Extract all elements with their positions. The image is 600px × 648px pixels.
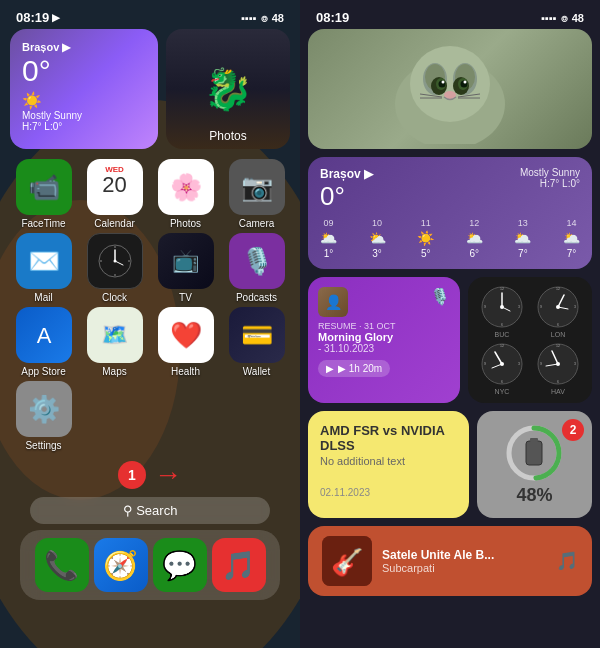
- svg-text:6: 6: [557, 323, 559, 327]
- battery-badge: 2: [562, 419, 584, 441]
- dock-messages[interactable]: 💬: [153, 538, 207, 592]
- calendar-label: Calendar: [94, 218, 135, 229]
- svg-text:12: 12: [500, 344, 504, 348]
- podcast-duration: ▶ 1h 20m: [338, 363, 382, 374]
- weather-right-header: Brașov ▶ 0° Mostly Sunny H:7° L:0°: [320, 167, 580, 212]
- music-title: Satele Unite Ale B...: [382, 548, 546, 562]
- svg-text:3: 3: [518, 362, 520, 366]
- search-bar[interactable]: ⚲ Search: [30, 497, 270, 524]
- maps-icon-inner: 🗺️: [101, 322, 128, 348]
- cal-day: 20: [102, 174, 126, 196]
- weather-right-hl: H:7° L:0°: [520, 178, 580, 189]
- dock: 📞 🧭 💬 🎵: [20, 530, 280, 600]
- mail-label: Mail: [34, 292, 52, 303]
- weather-sun: ☀️: [22, 91, 146, 110]
- swipe-arrow-icon: →: [154, 459, 182, 491]
- weather-right-desc: Mostly Sunny: [520, 167, 580, 178]
- music-widget[interactable]: 🎸 Satele Unite Ale B... Subcarpati 🎵: [308, 526, 592, 596]
- mail-icon: ✉️: [16, 233, 72, 289]
- app-facetime[interactable]: 📹 FaceTime: [10, 159, 77, 229]
- clock-buc-label: BUC: [495, 331, 510, 338]
- camera-icon: 📷: [229, 159, 285, 215]
- health-label: Health: [171, 366, 200, 377]
- svg-text:9: 9: [484, 362, 486, 366]
- right-time: 08:19: [316, 10, 349, 25]
- settings-label: Settings: [25, 440, 61, 451]
- clock-nyc-svg: 12 3 6 9: [480, 342, 524, 386]
- svg-text:6: 6: [557, 380, 559, 384]
- svg-text:12: 12: [500, 287, 504, 291]
- weather-city: Brașov ▶: [22, 41, 146, 54]
- weather-right-details: Mostly Sunny H:7° L:0°: [520, 167, 580, 189]
- podcasts-icon: 🎙️: [229, 233, 285, 289]
- search-icon: ⚲: [123, 503, 133, 518]
- search-label: Search: [136, 503, 177, 518]
- tv-icon: 📺: [158, 233, 214, 289]
- clock-nyc-label: NYC: [495, 388, 510, 395]
- svg-text:9: 9: [540, 362, 542, 366]
- app-settings[interactable]: ⚙️ Settings: [10, 381, 77, 451]
- appstore-label: App Store: [21, 366, 65, 377]
- maps-icon: 🗺️: [87, 307, 143, 363]
- weather-right-temp: 0°: [320, 181, 373, 212]
- clocks-widget[interactable]: 12 3 6 9 BUC 12 3: [468, 277, 592, 403]
- clock-svg: [97, 243, 133, 279]
- podcast-info: RESUME · 31 OCT Morning Glory - 31.10.20…: [318, 321, 450, 354]
- dock-music[interactable]: 🎵: [212, 538, 266, 592]
- podcast-date: - 31.10.2023: [318, 343, 450, 354]
- left-content: Brașov ▶ 0° ☀️ Mostly Sunny H:7° L:0° 🐉 …: [0, 29, 300, 600]
- clock-buc-svg: 12 3 6 9: [480, 285, 524, 329]
- weather-widget-right[interactable]: Brașov ▶ 0° Mostly Sunny H:7° L:0° 09 🌥️…: [308, 157, 592, 269]
- battery-display: 48: [272, 12, 284, 24]
- app-maps[interactable]: 🗺️ Maps: [81, 307, 148, 377]
- left-status-bar: 08:19 ▶ ▪▪▪▪ ⌾ 48: [0, 0, 300, 29]
- app-calendar[interactable]: WED 20 Calendar: [81, 159, 148, 229]
- weather-right-left: Brașov ▶ 0°: [320, 167, 373, 212]
- wifi-icon: ⌾: [261, 12, 268, 24]
- app-wallet[interactable]: 💳 Wallet: [223, 307, 290, 377]
- photos-icon: 🌸: [158, 159, 214, 215]
- app-camera[interactable]: 📷 Camera: [223, 159, 290, 229]
- app-mail[interactable]: ✉️ Mail: [10, 233, 77, 303]
- stuffed-animal-widget[interactable]: [308, 29, 592, 149]
- left-status-right: ▪▪▪▪ ⌾ 48: [241, 12, 284, 24]
- clock-hav-label: HAV: [551, 388, 565, 395]
- clock-lon-svg: 12 3 6 9: [536, 285, 580, 329]
- music-info: Satele Unite Ale B... Subcarpati: [382, 548, 546, 574]
- weather-right-city: Brașov ▶: [320, 167, 373, 181]
- clock-label: Clock: [102, 292, 127, 303]
- app-tv[interactable]: 📺 TV: [152, 233, 219, 303]
- photos-label: Photos: [166, 129, 290, 143]
- app-clock[interactable]: Clock: [81, 233, 148, 303]
- app-appstore[interactable]: A App Store: [10, 307, 77, 377]
- photos-widget[interactable]: 🐉 Photos: [166, 29, 290, 149]
- swipe-indicator: 1 →: [10, 459, 290, 491]
- app-health[interactable]: ❤️ Health: [152, 307, 219, 377]
- clock-hav: 12 3 6 9 HAV: [532, 342, 584, 395]
- notes-widget[interactable]: AMD FSR vs NVIDIA DLSS No additional tex…: [308, 411, 469, 518]
- battery-widget[interactable]: 2 48%: [477, 411, 592, 518]
- dock-phone[interactable]: 📞: [35, 538, 89, 592]
- weather-widget[interactable]: Brașov ▶ 0° ☀️ Mostly Sunny H:7° L:0°: [10, 29, 158, 149]
- podcast-widget[interactable]: 👤 🎙️ RESUME · 31 OCT Morning Glory - 31.…: [308, 277, 460, 403]
- play-icon: ▶: [326, 363, 334, 374]
- app-podcasts[interactable]: 🎙️ Podcasts: [223, 233, 290, 303]
- svg-rect-63: [530, 438, 538, 442]
- clock-nyc: 12 3 6 9 NYC: [476, 342, 528, 395]
- podcast-play-button[interactable]: ▶ ▶ 1h 20m: [318, 360, 390, 377]
- settings-icon: ⚙️: [16, 381, 72, 437]
- app-photos[interactable]: 🌸 Photos: [152, 159, 219, 229]
- clock-hav-svg: 12 3 6 9: [536, 342, 580, 386]
- facetime-icon: 📹: [16, 159, 72, 215]
- podcast-avatar: 👤: [318, 287, 348, 317]
- forecast-item-2: 11 ☀️ 5°: [417, 218, 434, 259]
- notes-subtitle: No additional text: [320, 455, 457, 467]
- facetime-label: FaceTime: [21, 218, 65, 229]
- signal-icon: ▪▪▪▪: [241, 12, 257, 24]
- svg-text:12: 12: [556, 287, 560, 291]
- swipe-badge: 1: [118, 461, 146, 489]
- dock-safari[interactable]: 🧭: [94, 538, 148, 592]
- health-icon: ❤️: [158, 307, 214, 363]
- tv-label: TV: [179, 292, 192, 303]
- music-album-art: 🎸: [322, 536, 372, 586]
